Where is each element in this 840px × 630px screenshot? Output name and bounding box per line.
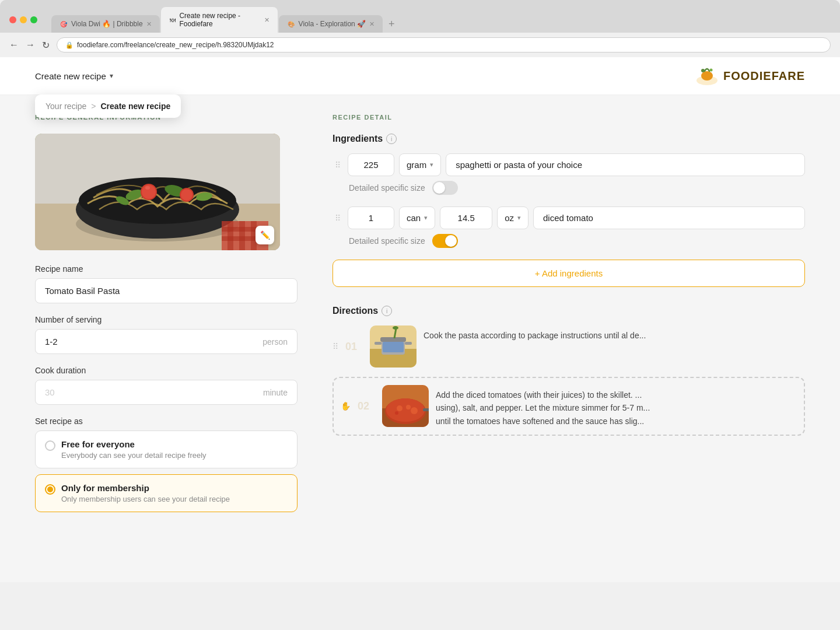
serving-group: Number of serving 1-2 person [35,315,298,354]
tab-foodiefare[interactable]: 🍽 Create new recipe - Foodiefare ✕ [161,7,278,33]
ingredient-1-unit-label: gram [407,160,426,170]
ingredient-2-name[interactable] [533,206,805,229]
maximize-window-btn[interactable] [30,16,37,23]
direction-step-1: ⠿ 01 [332,326,805,368]
breadcrumb-current: Create new recipe [101,102,171,111]
main-content: RECIPE GENERAL INFORMATION [0,95,840,542]
logo-text: FOODIEFARE [723,69,805,83]
window-controls [9,16,37,23]
forward-button[interactable]: → [26,40,35,50]
tab-exploration-close[interactable]: ✕ [369,20,374,28]
step-2-number: 02 [358,400,375,412]
tab-foodiefare-favicon: 🍽 [169,16,176,24]
svg-point-30 [393,326,398,330]
ingredients-title: Ingredients [332,134,383,144]
ingredient-2-size-unit[interactable]: oz ▾ [497,206,528,229]
ingredient-2-unit[interactable]: can ▾ [399,206,435,229]
add-ingredients-label: + Add ingredients [535,268,603,278]
ingredient-1-detail-size-label: Detailed specific size [349,183,425,192]
svg-point-41 [395,411,398,415]
ingredients-info-icon[interactable]: i [386,134,397,144]
tab-exploration-title: Viola - Exploration 🚀 [299,20,366,28]
ingredient-2-unit-chevron: ▾ [424,214,428,222]
tab-dribbble-close[interactable]: ✕ [146,20,152,28]
back-button[interactable]: ← [9,40,19,50]
radio-membership-desc: Only membership users can see your detai… [61,495,230,503]
step-1-image [370,326,416,368]
svg-point-9 [79,177,236,224]
breadcrumb-dropdown: Your recipe > Create new recipe [35,94,181,118]
ingredient-1-qty[interactable] [348,153,394,176]
svg-point-40 [411,407,418,414]
directions-title: Directions [332,306,378,316]
ingredient-1-unit-chevron: ▾ [430,161,433,169]
breadcrumb-prev[interactable]: Your recipe [46,102,86,111]
ingredient-1-name[interactable] [446,153,805,176]
recipe-name-input[interactable] [35,278,298,303]
nav-title: Create new recipe [35,71,106,81]
radio-membership-circle [45,484,55,495]
svg-point-16 [145,186,150,190]
directions-header: Directions i [332,306,805,316]
step-2-image [382,385,429,427]
tab-dribbble[interactable]: 🎯 Viola Dwi 🔥 | Dribbble ✕ [51,15,160,33]
ingredient-2-unit-label: can [407,213,421,223]
duration-placeholder: 30 [45,387,55,397]
minimize-window-btn[interactable] [20,16,27,23]
serving-value: 1-2 [45,337,58,346]
serving-suffix: person [262,337,288,346]
step-1-text: Cook the pasta according to package inst… [424,326,805,342]
ingredient-1-detail-toggle[interactable] [432,181,458,195]
radio-free-option[interactable]: Free for everyone Everybody can see your… [35,430,298,468]
directions-info-icon[interactable]: i [382,306,392,316]
address-text: foodiefare.com/freelance/create_new_reci… [77,41,274,49]
radio-free-desc: Everybody can see your detail recipe fre… [61,451,206,460]
reload-button[interactable]: ↻ [42,40,50,51]
recipe-name-label: Recipe name [35,264,298,274]
step-1-drag-handle[interactable]: ⠿ [332,342,338,351]
ingredient-1-unit[interactable]: gram ▾ [399,153,441,176]
address-bar[interactable]: 🔒 foodiefare.com/freelance/create_new_re… [57,37,831,52]
ingredient-2-drag-handle[interactable]: ⠿ [332,214,343,223]
recipe-image-container: ✏️ [35,134,280,250]
step-1-image-svg [370,326,416,368]
step-1-number: 01 [345,341,363,353]
radio-free-circle [45,440,55,451]
logo-svg-icon [695,65,719,86]
add-ingredients-button[interactable]: + Add ingredients [332,260,805,287]
nav-create-recipe[interactable]: Create new recipe ▾ Your recipe > Create… [35,71,113,81]
browser-tabs: 🎯 Viola Dwi 🔥 | Dribbble ✕ 🍽 Create new … [51,7,400,33]
tab-dribbble-favicon: 🎯 [60,20,68,28]
ingredient-row-2: ⠿ can ▾ oz ▾ [332,206,805,248]
serving-label: Number of serving [35,315,298,324]
ingredient-2-size-num[interactable] [440,206,492,229]
ingredient-2-detail-toggle[interactable] [432,234,458,248]
recipe-name-group: Recipe name [35,264,298,303]
step-2-drag-handle[interactable]: ✋ [341,401,351,411]
new-tab-button[interactable]: + [384,16,400,33]
ingredient-2-toggle-thumb [445,235,457,247]
duration-input-wrapper[interactable]: 30 minute [35,380,298,405]
right-panel: RECIPE DETAIL Ingredients i ⠿ gram [332,114,805,524]
svg-rect-20 [228,221,233,250]
ingredient-2-qty[interactable] [348,206,394,229]
top-nav: Create new recipe ▾ Your recipe > Create… [0,57,840,95]
radio-membership-option[interactable]: Only for membership Only membership user… [35,474,298,512]
tab-foodiefare-close[interactable]: ✕ [264,16,270,24]
radio-free-title: Free for everyone [61,439,206,449]
svg-point-18 [181,189,192,201]
ingredient-2-detail-size-label: Detailed specific size [349,236,425,246]
edit-image-button[interactable]: ✏️ [256,226,274,244]
svg-point-2 [701,71,713,80]
svg-rect-42 [423,408,429,411]
close-window-btn[interactable] [9,16,16,23]
serving-input-wrapper[interactable]: 1-2 person [35,329,298,354]
tab-dribbble-title: Viola Dwi 🔥 | Dribbble [71,20,143,28]
left-panel: RECIPE GENERAL INFORMATION [35,114,298,524]
browser-window: 🎯 Viola Dwi 🔥 | Dribbble ✕ 🍽 Create new … [0,0,840,582]
browser-addressbar: ← → ↻ 🔒 foodiefare.com/freelance/create_… [0,33,840,57]
ingredient-1-drag-handle[interactable]: ⠿ [332,160,343,170]
tab-exploration[interactable]: 🎨 Viola - Exploration 🚀 ✕ [279,15,383,33]
svg-rect-28 [380,337,406,342]
tab-exploration-favicon: 🎨 [287,20,295,28]
